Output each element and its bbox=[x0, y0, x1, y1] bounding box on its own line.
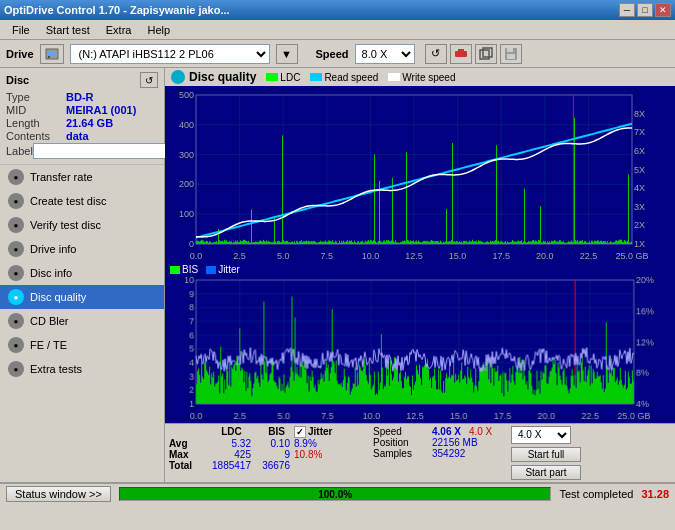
avg-ldc: 5.32 bbox=[204, 438, 259, 449]
mid-value: MEIRA1 (001) bbox=[66, 104, 136, 116]
menu-bar: File Start test Extra Help bbox=[0, 20, 675, 40]
nav-icon-bler: ● bbox=[8, 313, 24, 329]
progress-text: 100.0% bbox=[318, 488, 352, 499]
nav-label-extra: Extra tests bbox=[30, 363, 82, 375]
nav-icon-verify: ● bbox=[8, 217, 24, 233]
svg-rect-8 bbox=[507, 48, 513, 52]
nav-extra-tests[interactable]: ● Extra tests bbox=[0, 357, 164, 381]
nav-label-drive: Drive info bbox=[30, 243, 76, 255]
avg-jitter: 8.9% bbox=[294, 438, 359, 449]
disc-section: Disc ↺ Type BD-R MID MEIRA1 (001) Length… bbox=[0, 68, 164, 165]
status-window-button[interactable]: Status window >> bbox=[6, 486, 111, 502]
chart-legend: LDC Read speed Write speed bbox=[266, 72, 455, 83]
nav-disc-quality[interactable]: ● Disc quality bbox=[0, 285, 164, 309]
mid-label: MID bbox=[6, 104, 66, 116]
nav-cd-bler[interactable]: ● CD Bler bbox=[0, 309, 164, 333]
max-jitter: 10.8% bbox=[294, 449, 359, 460]
col-ldc: LDC bbox=[204, 426, 259, 438]
legend-jitter-label: Jitter bbox=[218, 264, 240, 275]
save-icon[interactable] bbox=[500, 44, 522, 64]
type-value: BD-R bbox=[66, 91, 94, 103]
action-buttons: 4.0 X Start full Start part bbox=[511, 426, 581, 480]
stats-table: LDC BIS ✓ Jitter Avg 5.32 0.10 8.9% Max … bbox=[169, 426, 369, 471]
jitter-checkbox[interactable]: ✓ bbox=[294, 426, 306, 438]
nav-create-test-disc[interactable]: ● Create test disc bbox=[0, 189, 164, 213]
position-value: 22156 MB bbox=[432, 437, 478, 448]
speed-select[interactable]: 8.0 X bbox=[355, 44, 415, 64]
status-time: 31.28 bbox=[641, 488, 669, 500]
disc-refresh-button[interactable]: ↺ bbox=[140, 72, 158, 88]
label-input[interactable] bbox=[33, 143, 166, 159]
chart-title-icon bbox=[171, 70, 185, 84]
nav-icon-transfer: ● bbox=[8, 169, 24, 185]
nav-menu: ● Transfer rate ● Create test disc ● Ver… bbox=[0, 165, 164, 482]
title-text: OptiDrive Control 1.70 - Zapisywanie jak… bbox=[4, 4, 230, 16]
speed-unit: 4.0 X bbox=[469, 426, 492, 437]
nav-disc-info[interactable]: ● Disc info bbox=[0, 261, 164, 285]
length-value: 21.64 GB bbox=[66, 117, 113, 129]
nav-label-fete: FE / TE bbox=[30, 339, 67, 351]
legend-read-speed: Read speed bbox=[310, 72, 378, 83]
menu-extra[interactable]: Extra bbox=[98, 22, 140, 38]
legend-ldc-label: LDC bbox=[280, 72, 300, 83]
speed-value: 4.06 X bbox=[432, 426, 461, 437]
legend-readspeed-color bbox=[310, 73, 322, 81]
title-bar-buttons: ─ □ ✕ bbox=[619, 3, 671, 17]
nav-label-disc-info: Disc info bbox=[30, 267, 72, 279]
menu-file[interactable]: File bbox=[4, 22, 38, 38]
left-panel: Disc ↺ Type BD-R MID MEIRA1 (001) Length… bbox=[0, 68, 165, 482]
right-panel: Disc quality LDC Read speed Write speed bbox=[165, 68, 675, 482]
nav-transfer-rate[interactable]: ● Transfer rate bbox=[0, 165, 164, 189]
disc-section-title: Disc bbox=[6, 74, 29, 86]
total-ldc: 1885417 bbox=[204, 460, 259, 471]
legend-readspeed-label: Read speed bbox=[324, 72, 378, 83]
nav-label-bler: CD Bler bbox=[30, 315, 69, 327]
start-full-button[interactable]: Start full bbox=[511, 447, 581, 462]
nav-icon-create: ● bbox=[8, 193, 24, 209]
contents-value: data bbox=[66, 130, 89, 142]
start-part-button[interactable]: Start part bbox=[511, 465, 581, 480]
title-bar: OptiDrive Control 1.70 - Zapisywanie jak… bbox=[0, 0, 675, 20]
nav-drive-info[interactable]: ● Drive info bbox=[0, 237, 164, 261]
legend-writespeed-label: Write speed bbox=[402, 72, 455, 83]
body-area: Disc ↺ Type BD-R MID MEIRA1 (001) Length… bbox=[0, 68, 675, 482]
minimize-button[interactable]: ─ bbox=[619, 3, 635, 17]
status-text: Test completed bbox=[559, 488, 633, 500]
refresh-icon[interactable]: ↺ bbox=[425, 44, 447, 64]
stats-bar: LDC BIS ✓ Jitter Avg 5.32 0.10 8.9% Max … bbox=[165, 423, 675, 482]
col-jitter: Jitter bbox=[308, 426, 332, 437]
nav-icon-drive: ● bbox=[8, 241, 24, 257]
legend-bis-color bbox=[170, 266, 180, 274]
samples-value: 354292 bbox=[432, 448, 465, 459]
legend-ldc: LDC bbox=[266, 72, 300, 83]
total-label: Total bbox=[169, 460, 204, 471]
drive-icon-btn[interactable] bbox=[40, 44, 64, 64]
nav-icon-quality: ● bbox=[8, 289, 24, 305]
speed-label: Speed bbox=[316, 48, 349, 60]
max-label: Max bbox=[169, 449, 204, 460]
drive-select[interactable]: (N:) ATAPI iHBS112 2 PL06 bbox=[70, 44, 270, 64]
speed-key: Speed bbox=[373, 426, 428, 437]
legend-ldc-color bbox=[266, 73, 278, 81]
col-bis: BIS bbox=[259, 426, 294, 438]
nav-fe-te[interactable]: ● FE / TE bbox=[0, 333, 164, 357]
menu-start-test[interactable]: Start test bbox=[38, 22, 98, 38]
maximize-button[interactable]: □ bbox=[637, 3, 653, 17]
legend-writespeed-color bbox=[388, 73, 400, 81]
svg-rect-9 bbox=[507, 54, 515, 59]
nav-icon-extra: ● bbox=[8, 361, 24, 377]
speed-stats: Speed 4.06 X 4.0 X Position 22156 MB Sam… bbox=[373, 426, 503, 459]
chart-title-bar: Disc quality LDC Read speed Write speed bbox=[165, 68, 675, 86]
drive-bar: Drive (N:) ATAPI iHBS112 2 PL06 ▼ Speed … bbox=[0, 40, 675, 68]
speed-unit-select[interactable]: 4.0 X bbox=[511, 426, 571, 444]
chart-title: Disc quality bbox=[189, 70, 256, 84]
erase-icon[interactable] bbox=[450, 44, 472, 64]
drive-arrow-btn[interactable]: ▼ bbox=[276, 44, 298, 64]
close-button[interactable]: ✕ bbox=[655, 3, 671, 17]
legend-bis: BIS bbox=[170, 264, 198, 275]
contents-label: Contents bbox=[6, 130, 66, 142]
nav-verify-test-disc[interactable]: ● Verify test disc bbox=[0, 213, 164, 237]
drive-label: Drive bbox=[6, 48, 34, 60]
copy-icon[interactable] bbox=[475, 44, 497, 64]
menu-help[interactable]: Help bbox=[139, 22, 178, 38]
